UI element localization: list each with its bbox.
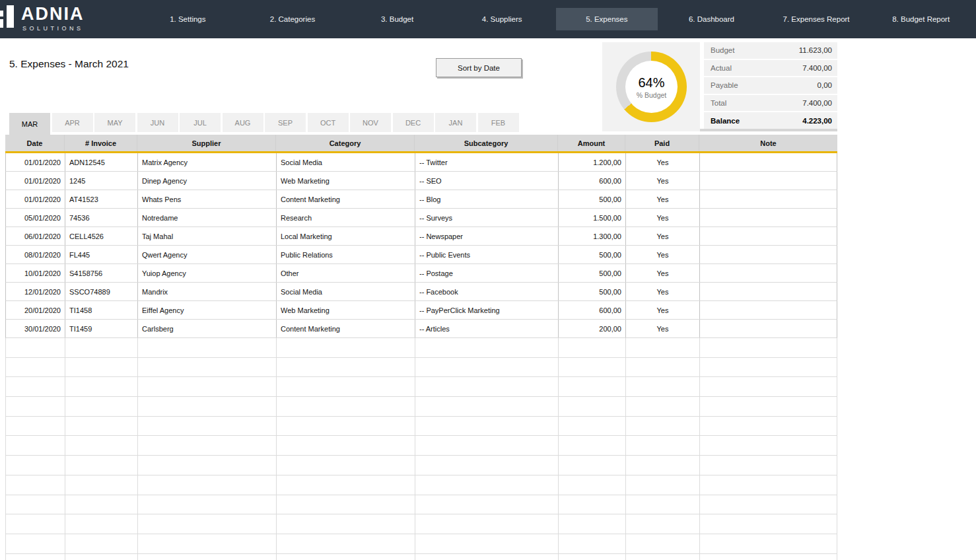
cell-amount[interactable]: 500,00 (559, 264, 626, 282)
empty-cell-subcategory[interactable] (415, 436, 559, 455)
cell-invoice[interactable]: S4158756 (65, 264, 138, 282)
nav-item-6-dashboard[interactable]: 6. Dashboard (660, 8, 763, 30)
empty-cell-category[interactable] (277, 554, 415, 560)
empty-cell-note[interactable] (700, 475, 838, 495)
empty-cell-invoice[interactable] (65, 338, 138, 357)
empty-cell-category[interactable] (277, 495, 415, 514)
empty-cell-note[interactable] (700, 534, 838, 553)
month-tab-mar[interactable]: MAR (9, 113, 50, 135)
cell-subcategory[interactable]: -- Surveys (415, 209, 559, 227)
empty-cell-category[interactable] (277, 534, 415, 553)
empty-cell-category[interactable] (277, 397, 415, 416)
cell-invoice[interactable]: 1245 (65, 172, 138, 190)
sort-by-date-button[interactable]: Sort by Date (436, 58, 522, 77)
cell-amount[interactable]: 1.500,00 (559, 209, 626, 227)
empty-cell-category[interactable] (277, 377, 415, 396)
empty-cell-note[interactable] (700, 554, 838, 560)
cell-paid[interactable]: Yes (626, 153, 700, 171)
empty-cell-supplier[interactable] (138, 456, 277, 475)
cell-invoice[interactable]: FL445 (65, 246, 138, 263)
cell-supplier[interactable]: Taj Mahal (138, 227, 277, 245)
cell-category[interactable]: Local Marketing (277, 227, 415, 245)
cell-note[interactable] (700, 301, 838, 319)
empty-cell-date[interactable] (6, 554, 65, 560)
empty-cell-note[interactable] (700, 495, 838, 514)
cell-invoice[interactable]: ADN12545 (65, 153, 138, 171)
month-tab-jun[interactable]: JUN (137, 113, 178, 132)
empty-cell-supplier[interactable] (138, 495, 277, 514)
month-tab-dec[interactable]: DEC (393, 113, 434, 132)
empty-cell-note[interactable] (700, 514, 838, 534)
cell-date[interactable]: 01/01/2020 (6, 190, 65, 208)
empty-cell-paid[interactable] (626, 377, 700, 396)
empty-cell-supplier[interactable] (138, 338, 277, 357)
cell-note[interactable] (700, 246, 838, 263)
cell-paid[interactable]: Yes (626, 283, 700, 300)
empty-cell-supplier[interactable] (138, 417, 277, 436)
empty-cell-amount[interactable] (559, 358, 626, 377)
cell-invoice[interactable]: CELL4526 (65, 227, 138, 245)
cell-category[interactable]: Web Marketing (277, 301, 415, 319)
empty-cell-category[interactable] (277, 417, 415, 436)
empty-cell-supplier[interactable] (138, 514, 277, 534)
cell-paid[interactable]: Yes (626, 172, 700, 190)
cell-paid[interactable]: Yes (626, 301, 700, 319)
empty-cell-subcategory[interactable] (415, 358, 559, 377)
empty-cell-subcategory[interactable] (415, 417, 559, 436)
empty-cell-invoice[interactable] (65, 554, 138, 560)
empty-cell-paid[interactable] (626, 514, 700, 534)
empty-cell-subcategory[interactable] (415, 475, 559, 495)
cell-subcategory[interactable]: -- PayPerClick Marketing (415, 301, 559, 319)
empty-cell-category[interactable] (277, 338, 415, 357)
empty-cell-date[interactable] (6, 475, 65, 495)
empty-cell-paid[interactable] (626, 534, 700, 553)
cell-note[interactable] (700, 153, 838, 171)
empty-cell-invoice[interactable] (65, 495, 138, 514)
cell-supplier[interactable]: Mandrix (138, 283, 277, 300)
cell-invoice[interactable]: TI1458 (65, 301, 138, 319)
empty-cell-supplier[interactable] (138, 397, 277, 416)
empty-cell-date[interactable] (6, 377, 65, 396)
cell-invoice[interactable]: 74536 (65, 209, 138, 227)
cell-supplier[interactable]: Matrix Agency (138, 153, 277, 171)
cell-supplier[interactable]: Yuiop Agency (138, 264, 277, 282)
cell-amount[interactable]: 200,00 (559, 320, 626, 337)
cell-note[interactable] (700, 190, 838, 208)
cell-paid[interactable]: Yes (626, 190, 700, 208)
month-tab-sep[interactable]: SEP (265, 113, 306, 132)
cell-note[interactable] (700, 227, 838, 245)
empty-cell-amount[interactable] (559, 495, 626, 514)
cell-note[interactable] (700, 172, 838, 190)
cell-paid[interactable]: Yes (626, 227, 700, 245)
cell-subcategory[interactable]: -- Twitter (415, 153, 559, 171)
empty-cell-paid[interactable] (626, 456, 700, 475)
nav-item-2-categories[interactable]: 2. Categories (242, 8, 344, 30)
cell-subcategory[interactable]: -- Articles (415, 320, 559, 337)
empty-cell-date[interactable] (6, 417, 65, 436)
empty-cell-supplier[interactable] (138, 436, 277, 455)
cell-category[interactable]: Social Media (277, 153, 415, 171)
cell-invoice[interactable]: TI1459 (65, 320, 138, 337)
empty-cell-subcategory[interactable] (415, 377, 559, 396)
empty-cell-note[interactable] (700, 417, 838, 436)
cell-date[interactable]: 12/01/2020 (6, 283, 65, 300)
nav-item-7-expenses-report[interactable]: 7. Expenses Report (765, 8, 868, 30)
cell-note[interactable] (700, 264, 838, 282)
empty-cell-supplier[interactable] (138, 377, 277, 396)
cell-amount[interactable]: 600,00 (559, 301, 626, 319)
cell-supplier[interactable]: Carlsberg (138, 320, 277, 337)
cell-supplier[interactable]: Qwert Agency (138, 246, 277, 263)
empty-cell-subcategory[interactable] (415, 554, 559, 560)
month-tab-jan[interactable]: JAN (435, 113, 476, 132)
empty-cell-amount[interactable] (559, 417, 626, 436)
nav-item-5-expenses[interactable]: 5. Expenses (556, 8, 658, 30)
empty-cell-paid[interactable] (626, 338, 700, 357)
empty-cell-amount[interactable] (559, 534, 626, 553)
empty-cell-category[interactable] (277, 436, 415, 455)
nav-item-3-budget[interactable]: 3. Budget (346, 8, 448, 30)
month-tab-jul[interactable]: JUL (180, 113, 221, 132)
cell-subcategory[interactable]: -- Public Events (415, 246, 559, 263)
cell-supplier[interactable]: Dinep Agency (138, 172, 277, 190)
empty-cell-paid[interactable] (626, 495, 700, 514)
month-tab-nov[interactable]: NOV (350, 113, 391, 132)
